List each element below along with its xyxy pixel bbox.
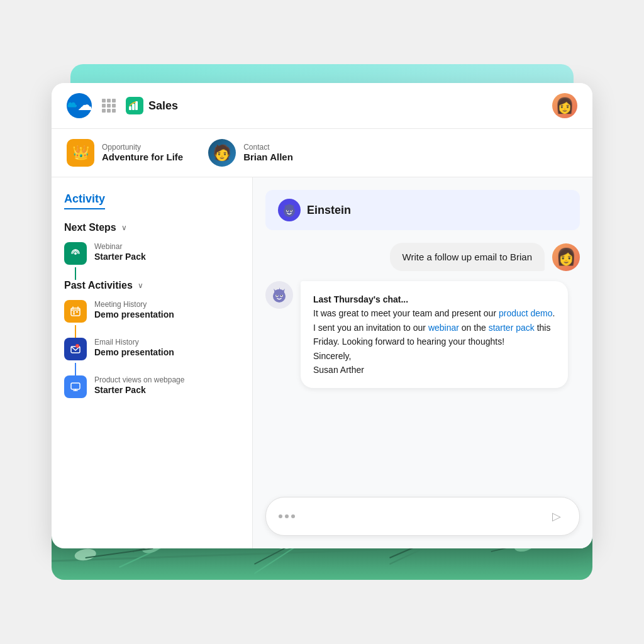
signal-icon (70, 248, 81, 259)
webinar-link[interactable]: webinar (428, 323, 459, 333)
grid-dot (112, 104, 116, 108)
svg-rect-10 (73, 313, 75, 314)
user-message-row: Write a follow up email to Brian 👩 (265, 243, 580, 271)
svg-rect-4 (71, 308, 80, 316)
monitor-icon (70, 381, 81, 392)
product-views-item: Product views on webpage Starter Pack (64, 375, 240, 408)
product-name: Starter Pack (94, 385, 146, 395)
salesforce-logo[interactable]: ☁ (67, 93, 92, 118)
chat-input-area: ▷ (265, 497, 580, 536)
starter-pack-link[interactable]: starter pack (489, 323, 535, 333)
einstein-avatar (278, 199, 301, 221)
timeline-left (64, 242, 87, 280)
past-activities-chevron[interactable]: ∨ (138, 281, 143, 290)
next-steps-header[interactable]: Next Steps ∨ (64, 222, 240, 233)
email-type: Email History (94, 338, 240, 347)
svg-rect-9 (76, 311, 78, 313)
chat-user-avatar: 👩 (552, 243, 580, 271)
email-history-item: ! Email History Demo presentation (64, 338, 240, 375)
opportunity-text: Opportunity Adventure for Life (102, 143, 183, 163)
timeline-left (64, 375, 87, 408)
right-panel: Einstein Write a follow up email to Bria… (253, 177, 592, 548)
response-signature: Susan Arther (313, 365, 364, 375)
webinar-icon (64, 242, 87, 265)
chat-area: Write a follow up email to Brian 👩 (265, 243, 580, 487)
svg-point-28 (274, 289, 284, 296)
svg-rect-0 (129, 106, 131, 110)
response-closing: Sincerely, (313, 351, 351, 361)
svg-rect-14 (71, 383, 80, 389)
calendar-icon (70, 306, 81, 317)
svg-point-22 (285, 204, 294, 211)
email-content: Email History Demo presentation (94, 338, 240, 375)
meeting-icon (64, 300, 87, 323)
svg-rect-2 (135, 101, 138, 110)
meeting-name: Demo presentation (94, 309, 174, 319)
send-icon: ▷ (552, 509, 561, 523)
einstein-response-avatar (265, 281, 293, 309)
grid-dot (102, 109, 106, 113)
response-text-3: on the (459, 323, 489, 333)
product-demo-link[interactable]: product demo (499, 308, 553, 318)
past-activities-header[interactable]: Past Activities ∨ (64, 280, 240, 291)
grid-dot (107, 104, 111, 108)
response-body: It was great to meet your team and prese… (313, 308, 555, 347)
input-dots (279, 514, 295, 518)
opportunity-label: Opportunity (102, 143, 183, 152)
app-icon (126, 97, 143, 114)
main-card: ☁ Sales (52, 83, 592, 548)
header-title: Sales (148, 99, 552, 113)
email-icon: ! (64, 338, 87, 360)
header: ☁ Sales (52, 83, 592, 129)
timeline-line-orange (75, 325, 76, 338)
response-text-1: It was great to meet your team and prese… (313, 308, 499, 318)
grid-dot (112, 99, 116, 103)
content-area: Activity Next Steps ∨ (52, 177, 592, 548)
dot-1 (279, 514, 282, 518)
activity-tab[interactable]: Activity (64, 192, 105, 209)
chat-input[interactable] (303, 511, 539, 521)
next-steps-chevron[interactable]: ∨ (121, 223, 127, 232)
timeline-item: Webinar Starter Pack (64, 242, 240, 280)
contact-item[interactable]: 🧑 Contact Brian Allen (208, 139, 293, 167)
user-avatar[interactable]: 👩 (552, 93, 577, 118)
webinar-type: Webinar (94, 242, 240, 251)
svg-point-3 (74, 252, 77, 255)
cloud-glyph: ☁ (78, 97, 92, 114)
grid-dot (112, 109, 116, 113)
einstein-icon (280, 201, 298, 219)
opportunity-name: Adventure for Life (102, 152, 183, 162)
svg-rect-8 (73, 311, 75, 313)
dot-3 (291, 514, 295, 518)
opportunity-item[interactable]: 👑 Opportunity Adventure for Life (67, 139, 183, 167)
product-content: Product views on webpage Starter Pack (94, 375, 240, 408)
webinar-content: Webinar Starter Pack (94, 242, 240, 280)
meeting-history-item: Meeting History Demo presentation (64, 300, 240, 338)
product-type: Product views on webpage (94, 375, 240, 384)
opportunity-icon: 👑 (67, 139, 94, 167)
grid-dot (102, 99, 106, 103)
grid-dot (107, 99, 111, 103)
product-icon (64, 375, 87, 398)
meeting-type: Meeting History (94, 300, 240, 309)
timeline-left (64, 300, 87, 338)
contact-label: Contact (243, 143, 293, 152)
opportunity-bar: 👑 Opportunity Adventure for Life 🧑 Conta… (52, 129, 592, 177)
user-message-bubble: Write a follow up email to Brian (390, 243, 545, 271)
einstein-header: Einstein (265, 190, 580, 230)
contact-text: Contact Brian Allen (243, 143, 293, 163)
past-activities-title: Past Activities (64, 280, 133, 291)
timeline-left: ! (64, 338, 87, 375)
chart-icon (129, 101, 140, 110)
send-button[interactable]: ▷ (547, 506, 567, 526)
grid-dot (102, 104, 106, 108)
einstein-response-bubble: Last Thursday's chat... It was great to … (301, 281, 568, 388)
email-icon-svg: ! (70, 343, 81, 355)
grid-icon[interactable] (102, 99, 116, 113)
contact-name: Brian Allen (243, 152, 293, 162)
svg-text:!: ! (77, 345, 77, 348)
webinar-name: Starter Pack (94, 252, 146, 262)
timeline-line-blue (75, 363, 76, 375)
left-panel: Activity Next Steps ∨ (52, 177, 253, 548)
email-name: Demo presentation (94, 347, 174, 357)
